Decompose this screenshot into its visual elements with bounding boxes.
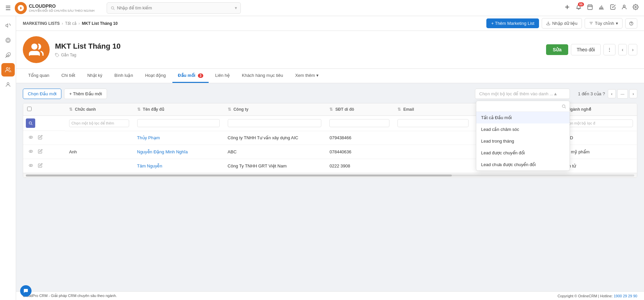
record-title: MKT List Tháng 10 — [55, 42, 541, 51]
hotline-link[interactable]: 1900 29 29 90 — [614, 294, 637, 298]
next-page-button[interactable]: › — [629, 89, 637, 98]
td-row2-actions — [23, 145, 65, 159]
view-button-row3[interactable] — [27, 162, 35, 169]
chat-bubble-button[interactable] — [20, 285, 32, 297]
tab-dau-moi[interactable]: Đầu mối 3 — [172, 69, 208, 83]
add-lead-button[interactable]: + Thêm Đầu mới — [64, 89, 107, 99]
tab-khach-hang[interactable]: Khách hàng mục tiêu — [236, 69, 288, 83]
eye-icon — [29, 149, 33, 154]
tab-xem-them[interactable]: Xem thêm ▾ — [290, 69, 324, 83]
td-row2-ten: Nguyễn Đặng Minh Nghĩa — [133, 145, 224, 159]
sidebar-item-contacts[interactable] — [1, 78, 15, 91]
breadcrumb-bar: MARKETING LISTS › Tất cả › MKT List Thán… — [16, 16, 644, 31]
profile-button[interactable] — [621, 4, 627, 12]
th-select — [23, 103, 65, 116]
help-button[interactable] — [625, 18, 637, 29]
row1-ten-link[interactable]: Thủy Phạm — [137, 135, 160, 140]
add-marketing-list-label: + Thêm Marketing List — [491, 21, 534, 26]
tab-chi-tiet[interactable]: Chi tiết — [56, 69, 80, 83]
filter-dropdown-trigger[interactable]: Chọn một bộ lọc để thêm vào danh ... ▲ — [475, 89, 570, 99]
breadcrumb-root[interactable]: MARKETING LISTS — [23, 21, 60, 26]
filter-search-input[interactable] — [480, 104, 559, 109]
td-sdt-search — [325, 116, 393, 131]
edit-button[interactable]: Sửa — [546, 44, 568, 55]
tab-tong-quan[interactable]: Tổng quan — [23, 69, 55, 83]
select-lead-button[interactable]: Chọn Đầu mới — [23, 89, 61, 99]
tab-binh-luan[interactable]: Bình luận — [109, 69, 139, 83]
add-lead-label: + Thêm Đầu mới — [69, 91, 102, 96]
target-icon — [5, 37, 11, 43]
svg-rect-0 — [588, 5, 592, 10]
notification-button[interactable]: 55 — [576, 4, 582, 12]
sidebar-item-integrations[interactable] — [1, 48, 15, 62]
user-icon — [621, 4, 627, 10]
tab-nhat-ky[interactable]: Nhật ký — [82, 69, 108, 83]
filter-option-all[interactable]: Tất cả Đầu mối — [476, 112, 570, 123]
calendar-button[interactable] — [587, 4, 593, 12]
th-chuc-danh: ⇅ Chức danh — [65, 103, 133, 116]
search-input[interactable] — [117, 5, 233, 10]
puzzle-icon — [5, 52, 11, 58]
tag-button[interactable]: Gắn Tag — [55, 53, 541, 57]
horizontal-scrollbar[interactable] — [23, 173, 637, 178]
chart-button[interactable] — [598, 4, 604, 12]
breadcrumb-level1[interactable]: Tất cả — [65, 21, 76, 26]
record-avatar — [23, 36, 50, 63]
calendar-icon — [587, 4, 593, 10]
td-row1-chuc-danh — [65, 131, 133, 145]
td-row2-cty: ABC — [224, 145, 326, 159]
email-search-input[interactable] — [397, 119, 469, 127]
record-info: MKT List Tháng 10 Gắn Tag — [55, 42, 541, 57]
filter-option-trong-thang[interactable]: Lead trong tháng — [476, 135, 570, 147]
hamburger-button[interactable]: ☰ — [5, 4, 11, 12]
svg-point-11 — [56, 54, 57, 54]
tab-hoat-dong[interactable]: Hoạt động — [140, 69, 171, 83]
more-options-button[interactable]: ··· — [617, 89, 628, 99]
import-label: Nhập dữ liệu — [552, 21, 577, 26]
ten-search-input[interactable] — [137, 119, 220, 127]
prev-page-button[interactable]: ‹ — [608, 89, 616, 98]
sort-cty-icon: ⇅ — [228, 107, 231, 112]
settings-button[interactable] — [633, 4, 639, 12]
view-button-row1[interactable] — [27, 134, 35, 141]
import-button[interactable]: Nhập dữ liệu — [542, 18, 582, 29]
td-row3-ten: Tâm Nguyễn — [133, 159, 224, 173]
edit-button-row1[interactable] — [37, 134, 44, 141]
customize-label: Tùy chỉnh — [595, 21, 614, 26]
nganh-filter[interactable]: Chọn một bộ lọc đ — [562, 119, 633, 127]
sidebar-item-campaigns[interactable] — [1, 19, 15, 32]
row3-ten-link[interactable]: Tâm Nguyễn — [137, 163, 162, 168]
add-button[interactable] — [564, 4, 570, 12]
logo-icon — [15, 2, 27, 14]
svg-point-2 — [635, 6, 637, 8]
prev-record-button[interactable]: ‹ — [618, 44, 627, 55]
sidebar-item-leads[interactable] — [1, 34, 15, 47]
breadcrumb-sep1: › — [62, 21, 63, 26]
sdt-search-input[interactable] — [329, 119, 389, 127]
cty-search-input[interactable] — [228, 119, 322, 127]
add-marketing-list-button[interactable]: + Thêm Marketing List — [486, 18, 539, 28]
follow-button[interactable]: Theo dõi — [571, 44, 600, 55]
search-toggle-button[interactable] — [26, 118, 35, 128]
tasks-button[interactable] — [610, 4, 616, 12]
filter-option-can-cham-soc[interactable]: Lead cần chăm sóc — [476, 123, 570, 135]
row2-ten-link[interactable]: Nguyễn Đặng Minh Nghĩa — [137, 149, 188, 154]
pencil-icon — [38, 149, 43, 154]
eye-icon — [29, 135, 33, 140]
edit-button-row3[interactable] — [37, 162, 44, 169]
search-bar: ▾ — [107, 2, 241, 14]
edit-button-row2[interactable] — [37, 148, 44, 155]
tab-lien-he[interactable]: Liên hệ — [210, 69, 235, 83]
td-row1-sdt: 079438466 — [325, 131, 393, 145]
follow-label: Theo dõi — [577, 47, 595, 52]
sidebar-item-marketing-lists[interactable] — [1, 63, 15, 77]
next-record-button[interactable]: › — [628, 44, 637, 55]
filter-option-chua-chuyen-doi[interactable]: Lead chưa được chuyển đổi — [476, 159, 570, 170]
td-row3-cty: Công Ty TNHH GRT Việt Nam — [224, 159, 326, 173]
customize-button[interactable]: Tùy chỉnh ▾ — [585, 18, 623, 29]
chuc-danh-filter[interactable]: Chọn một bộ lọc để thêm — [69, 119, 129, 127]
view-button-row2[interactable] — [27, 148, 35, 155]
filter-option-duoc-chuyen-doi[interactable]: Lead được chuyển đổi — [476, 147, 570, 159]
select-all-checkbox[interactable] — [27, 107, 32, 111]
more-vertical-button[interactable]: ⋮ — [603, 44, 615, 55]
